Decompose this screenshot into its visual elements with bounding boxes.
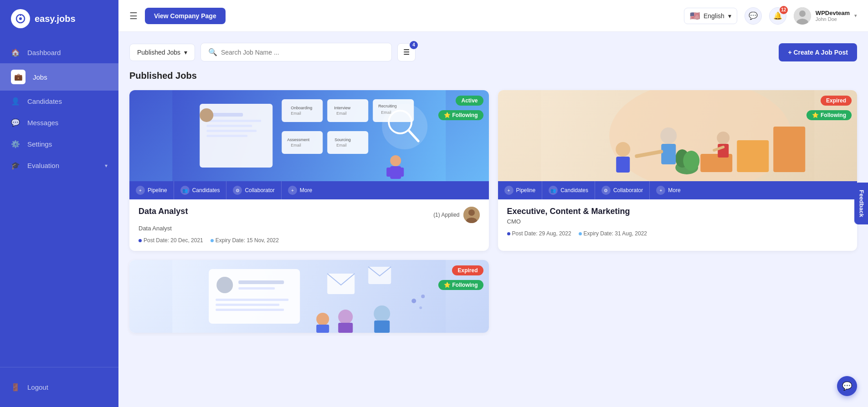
card-body-2: Executive, Content & Marketing CMO Post … (498, 199, 858, 244)
menu-icon[interactable]: ☰ (129, 10, 138, 21)
user-text: WPDevteam John Doe (816, 10, 850, 22)
pipeline-label: Pipeline (148, 187, 167, 193)
svg-text:Email: Email (336, 143, 347, 148)
sidebar-item-candidates[interactable]: 👤 Candidates (0, 91, 118, 112)
candidates-button-1[interactable]: 👥 Candidates (174, 181, 227, 199)
candidates-button-2[interactable]: 👥 Candidates (542, 181, 595, 199)
svg-text:Email: Email (291, 143, 301, 148)
sidebar-item-label: Candidates (27, 97, 62, 105)
sidebar-item-label: Jobs (33, 73, 47, 81)
sidebar-item-label: Messages (27, 119, 58, 127)
following-badge-1[interactable]: ⭐ Following (438, 110, 483, 120)
applied-count-1: (1) Applied (433, 212, 459, 218)
status-badge-2: Expired (821, 96, 852, 106)
job-subtitle-2: CMO (507, 218, 848, 225)
svg-rect-14 (282, 99, 323, 122)
svg-point-71 (411, 299, 416, 303)
home-icon: 🏠 (11, 48, 20, 57)
sidebar-item-messages[interactable]: 💬 Messages (0, 112, 118, 133)
svg-point-32 (390, 155, 401, 166)
svg-point-52 (717, 132, 729, 144)
logout-label: Logout (27, 383, 48, 391)
svg-rect-48 (616, 157, 630, 173)
language-selector[interactable]: 🇺🇸 English ▾ (684, 8, 737, 24)
messages-icon: 💬 (11, 118, 20, 127)
job-card-image-1: Onboarding Email Interview Email Recruit… (129, 90, 489, 181)
svg-rect-61 (216, 304, 279, 306)
dot-icon (579, 232, 582, 235)
avatar (794, 7, 811, 25)
svg-point-73 (419, 306, 422, 309)
svg-rect-60 (216, 299, 288, 301)
more-plus-icon: + (656, 186, 665, 195)
pipeline-button-2[interactable]: + Pipeline (498, 181, 543, 199)
plus-icon: + (136, 186, 145, 195)
sidebar: easy.jobs 🏠 Dashboard 💼 Jobs 👤 Candidate… (0, 0, 118, 407)
notifications-button[interactable]: 🔔 12 (769, 7, 786, 25)
sidebar-item-label: Dashboard (27, 49, 61, 56)
pipeline-label: Pipeline (516, 187, 536, 193)
sidebar-item-logout[interactable]: 🚪 Logout (0, 376, 118, 398)
more-button-2[interactable]: + More (650, 181, 687, 199)
svg-text:Sourcing: Sourcing (334, 137, 351, 142)
collaborator-button-2[interactable]: ⚙ Collaborator (595, 181, 650, 199)
sidebar-item-evaluation[interactable]: 🎓 Evaluation ▾ (0, 155, 118, 176)
card-title-row-2: Executive, Content & Marketing (507, 207, 848, 216)
people-icon: 👥 (180, 186, 190, 195)
main-content: ☰ View Company Page 🇺🇸 English ▾ 💬 🔔 12 (118, 0, 868, 407)
view-company-button[interactable]: View Company Page (145, 8, 226, 24)
svg-rect-35 (399, 168, 404, 177)
svg-point-37 (468, 209, 475, 216)
card-meta-2: Post Date: 29 Aug, 2022 Expiry Date: 31 … (507, 230, 848, 237)
chat-bubble[interactable]: 💬 (837, 376, 857, 396)
logo-text: easy.jobs (35, 14, 76, 24)
svg-text:Onboarding: Onboarding (291, 106, 312, 110)
collaborator-label: Collaborator (613, 187, 643, 193)
job-subtitle-1: Data Analyst (139, 225, 480, 232)
sidebar-item-label: Evaluation (27, 162, 59, 169)
svg-point-49 (660, 127, 677, 144)
svg-rect-66 (316, 325, 329, 333)
card-title-row-1: Data Analyst (1) Applied (139, 207, 480, 223)
filter-icon: ☰ (403, 48, 410, 56)
following-badge-2[interactable]: ⭐ Following (806, 110, 852, 120)
dropdown-label: Published Jobs (137, 49, 180, 56)
search-icon: 🔍 (208, 48, 217, 56)
svg-rect-42 (737, 140, 769, 172)
svg-rect-70 (374, 321, 390, 333)
search-input[interactable] (221, 49, 384, 56)
collaborator-button-1[interactable]: ⚙ Collaborator (226, 181, 281, 199)
feedback-tab[interactable]: Feedback (855, 183, 868, 224)
sidebar-item-jobs[interactable]: 💼 Jobs (0, 63, 118, 91)
plus-icon: + (504, 186, 514, 195)
status-badge-3: Expired (452, 265, 483, 275)
svg-rect-23 (282, 131, 323, 154)
sidebar-item-dashboard[interactable]: 🏠 Dashboard (0, 42, 118, 63)
svg-rect-58 (238, 280, 284, 284)
create-job-button[interactable]: + Create A Job Post (779, 43, 857, 61)
svg-rect-10 (206, 125, 252, 127)
card-actions-2: + Pipeline 👥 Candidates ⚙ Collaborator +… (498, 181, 858, 199)
notification-badge: 12 (780, 6, 788, 14)
dot-icon (507, 232, 510, 235)
more-button-1[interactable]: + More (282, 181, 318, 199)
gear-icon: ⚙ (601, 186, 611, 195)
svg-rect-50 (661, 144, 676, 164)
job-filter-dropdown[interactable]: Published Jobs ▾ (129, 44, 195, 61)
logo-icon (11, 9, 30, 28)
people-icon: 👥 (549, 186, 558, 195)
section-title: Published Jobs (129, 71, 857, 81)
following-badge-3[interactable]: ⭐ Following (438, 280, 483, 290)
sidebar-item-settings[interactable]: ⚙️ Settings (0, 133, 118, 155)
job-card-image-2: Expired ⭐ Following (498, 90, 858, 181)
user-profile[interactable]: WPDevteam John Doe ▾ (794, 7, 857, 25)
svg-point-1 (19, 17, 22, 20)
job-title-2: Executive, Content & Marketing (507, 207, 630, 216)
filter-button[interactable]: ☰ 4 (397, 43, 416, 61)
chat-icon: 💬 (749, 11, 758, 20)
pipeline-button-1[interactable]: + Pipeline (129, 181, 174, 199)
more-label: More (668, 187, 680, 193)
header: ☰ View Company Page 🇺🇸 English ▾ 💬 🔔 12 (118, 0, 868, 32)
candidates-label: Candidates (560, 187, 588, 193)
messages-button[interactable]: 💬 (745, 7, 762, 25)
